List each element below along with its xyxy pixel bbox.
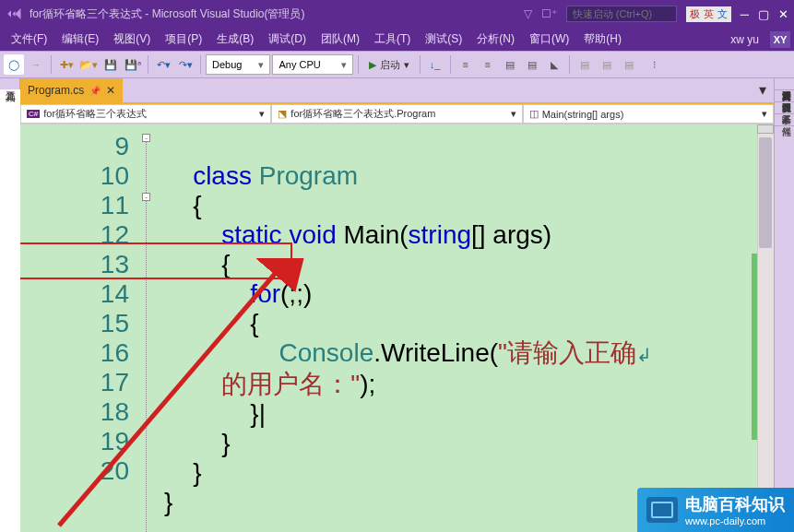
vertical-scrollbar[interactable] (757, 124, 774, 532)
toggle-button[interactable]: ▤ (522, 54, 542, 75)
split-handle[interactable] (757, 124, 774, 134)
text-caret: | (259, 399, 266, 428)
start-debug-button[interactable]: ▶启动 ▾ (363, 56, 415, 74)
bookmark-button[interactable]: ▤ (500, 54, 520, 75)
vs-logo-icon (6, 6, 22, 22)
redo-button[interactable]: ↷▾ (175, 54, 196, 75)
menu-file[interactable]: 文件(F) (4, 30, 54, 49)
menu-edit[interactable]: 编辑(E) (54, 30, 106, 49)
flag-button[interactable]: ◣ (544, 54, 564, 75)
format-button[interactable]: ▤ (619, 54, 639, 75)
line-number-gutter: 9 10 11 12 13 14 15 16 17 18 19 20 (20, 124, 140, 532)
tab-overflow-dropdown[interactable]: ▾ (752, 77, 774, 102)
scope-dropdown[interactable]: C# for循环省略三个表达式▾ (20, 104, 271, 124)
user-badge[interactable]: XY (770, 31, 790, 48)
menu-analyze[interactable]: 分析(N) (469, 30, 522, 49)
standard-toolbar: ◯ → ✚▾ 📂▾ 💾 💾ᵃ ↶▾ ↷▾ Debug ▾ Any CPU ▾ ▶… (0, 51, 794, 78)
menu-tools[interactable]: 工具(T) (367, 30, 418, 49)
quick-launch-input[interactable] (566, 6, 677, 22)
properties-tab[interactable]: 属性 (775, 114, 794, 126)
solution-config-dropdown[interactable]: Debug ▾ (206, 54, 270, 75)
fold-toggle-icon[interactable]: - (142, 193, 150, 201)
play-icon: ▶ (369, 59, 376, 71)
method-icon: ◫ (529, 108, 539, 120)
team-explorer-tab[interactable]: 团队资源管理器 (775, 90, 794, 102)
feedback-icon[interactable]: ☐⁺ (541, 7, 557, 20)
annotation-highlight-box (20, 242, 292, 279)
diagnostics-tab[interactable]: 诊断工具 (775, 102, 794, 114)
nav-forward-button[interactable]: → (26, 54, 46, 75)
type-dropdown[interactable]: ⬔ for循环省略三个表达式.Program▾ (271, 104, 522, 124)
code-content[interactable]: class Program { static void Main(string[… (159, 124, 774, 532)
ime-indicator[interactable]: 极 英 文 (686, 6, 731, 22)
pin-icon[interactable]: 📌 (89, 86, 101, 96)
watermark: 电脑百科知识 www.pc-daily.com (637, 488, 794, 532)
close-tab-icon[interactable]: ✕ (106, 84, 115, 97)
code-editor[interactable]: 9 10 11 12 13 14 15 16 17 18 19 20 - - c… (20, 124, 774, 532)
open-file-button[interactable]: 📂▾ (78, 54, 99, 75)
watermark-icon (646, 497, 678, 523)
fold-toggle-icon[interactable]: - (142, 134, 150, 142)
notification-icon[interactable]: ▽ (524, 7, 532, 20)
outline-margin[interactable]: - - (140, 124, 159, 532)
new-project-button[interactable]: ✚▾ (56, 54, 77, 75)
menu-project[interactable]: 项目(P) (158, 30, 209, 49)
toolbox-panel-tab[interactable]: 工具箱 (0, 78, 20, 89)
toolbar-overflow[interactable]: ⁝ (645, 54, 665, 75)
save-button[interactable]: 💾 (101, 54, 121, 75)
solution-explorer-tab[interactable]: 解决方案资源管理器 (775, 78, 794, 90)
menu-team[interactable]: 团队(M) (314, 30, 367, 49)
user-name[interactable]: xw yu (730, 33, 766, 46)
watermark-title: 电脑百科知识 (685, 493, 785, 515)
save-all-button[interactable]: 💾ᵃ (123, 54, 143, 75)
tab-label: Program.cs (28, 84, 84, 97)
solution-platform-dropdown[interactable]: Any CPU ▾ (272, 54, 352, 75)
csharp-project-icon: C# (27, 110, 40, 118)
document-tab-program[interactable]: Program.cs 📌 ✕ (20, 78, 123, 102)
title-bar: for循环省略三个表达式 - Microsoft Visual Studio(管… (0, 0, 794, 28)
close-button[interactable]: ✕ (778, 7, 788, 21)
navigation-bar: C# for循环省略三个表达式▾ ⬔ for循环省略三个表达式.Program▾… (20, 104, 774, 124)
menu-window[interactable]: 窗口(W) (522, 30, 576, 49)
menu-help[interactable]: 帮助(H) (576, 30, 629, 49)
nav-back-button[interactable]: ◯ (4, 54, 24, 75)
maximize-button[interactable]: ▢ (758, 7, 769, 21)
minimize-button[interactable]: ─ (741, 7, 749, 21)
step-into-button[interactable]: ↓_ (425, 54, 445, 75)
window-title: for循环省略三个表达式 - Microsoft Visual Studio(管… (30, 6, 524, 22)
wrap-arrow-icon: ↲ (636, 345, 652, 365)
right-panel-tabs: 解决方案资源管理器 团队资源管理器 诊断工具 属性 (774, 78, 794, 532)
indent-button[interactable]: ▤ (575, 54, 595, 75)
menu-view[interactable]: 视图(V) (106, 30, 158, 49)
document-tab-well: Program.cs 📌 ✕ ▾ (20, 78, 774, 104)
menu-bar: 文件(F) 编辑(E) 视图(V) 项目(P) 生成(B) 调试(D) 团队(M… (0, 28, 794, 51)
uncomment-button[interactable]: ≡ (478, 54, 498, 75)
menu-debug[interactable]: 调试(D) (261, 30, 314, 49)
menu-build[interactable]: 生成(B) (209, 30, 261, 49)
member-dropdown[interactable]: ◫ Main(string[] args)▾ (523, 104, 774, 124)
watermark-url: www.pc-daily.com (685, 515, 785, 526)
undo-button[interactable]: ↶▾ (153, 54, 173, 75)
class-icon: ⬔ (278, 108, 287, 120)
menu-test[interactable]: 测试(S) (418, 30, 469, 49)
outdent-button[interactable]: ▤ (597, 54, 617, 75)
comment-button[interactable]: ≡ (456, 54, 476, 75)
scroll-thumb[interactable] (759, 137, 772, 248)
